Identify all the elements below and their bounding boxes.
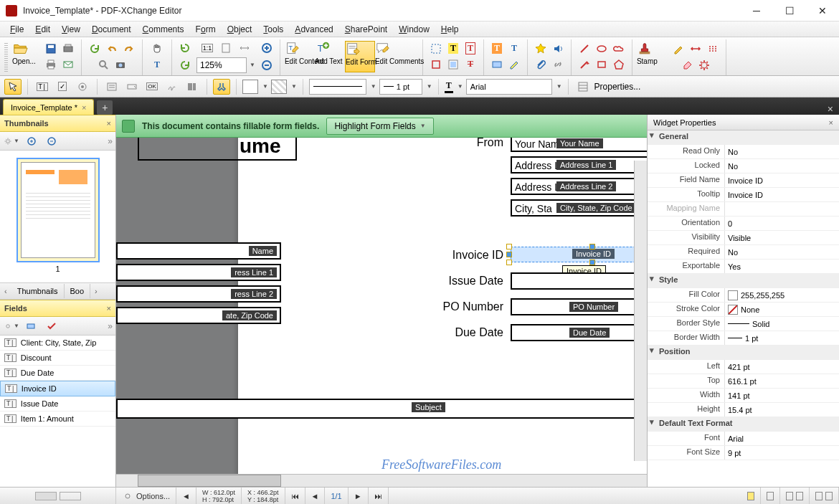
thumb-options[interactable]: ▼	[3, 133, 20, 149]
prop-row[interactable]: Border StyleSolid	[648, 317, 839, 331]
prop-row[interactable]: TooltipInvoice ID	[648, 188, 839, 202]
oval-shape[interactable]	[593, 41, 610, 57]
highlight-tool[interactable]: T	[445, 41, 462, 57]
link-tool[interactable]	[549, 57, 567, 72]
zoom-out-button[interactable]	[258, 57, 275, 73]
chevron-down-icon[interactable]: ▼	[427, 83, 432, 90]
line-shape[interactable]	[576, 41, 593, 57]
radio-tool[interactable]	[74, 79, 91, 95]
menu-form[interactable]: Form	[190, 23, 222, 36]
textfield-tool[interactable]: T|	[34, 79, 51, 95]
menu-document[interactable]: Document	[86, 23, 137, 36]
camera-button[interactable]	[112, 57, 129, 72]
status-options[interactable]: Options...	[136, 492, 170, 500]
add-text-button[interactable]: T Add Text	[315, 41, 345, 72]
prop-row[interactable]: LockedNo	[648, 159, 839, 173]
pointer-tool[interactable]	[4, 79, 22, 95]
field-list-item[interactable]: T|Issue Date	[0, 396, 115, 412]
prop-row[interactable]: ExportableYes	[648, 260, 839, 274]
menu-tools[interactable]: Tools	[257, 23, 289, 36]
form-field[interactable]: ate, Zip Code	[116, 307, 281, 324]
polygon-shape[interactable]	[610, 57, 627, 72]
select-tool[interactable]	[427, 41, 445, 57]
refresh-button[interactable]	[86, 41, 103, 57]
scroll-right[interactable]: ›	[90, 287, 102, 295]
highlight-fields-button[interactable]: Highlight Form Fields▼	[326, 118, 433, 135]
prop-row[interactable]: Stroke ColorNone	[648, 303, 839, 317]
form-field[interactable]: ress Line 1	[116, 264, 281, 281]
close-all-tabs[interactable]: ×	[822, 103, 839, 115]
prop-row[interactable]: Top616.1 pt	[648, 374, 839, 389]
document-area[interactable]: ume From Your NameYour NameAddress LinAd…	[116, 138, 647, 474]
add-tab-button[interactable]: +	[97, 100, 113, 115]
thumb-zoom-out[interactable]	[43, 133, 60, 149]
form-field[interactable]	[511, 272, 647, 290]
save-as-button[interactable]	[60, 41, 77, 57]
menu-advanced[interactable]: Advanced	[289, 23, 338, 36]
menu-comments[interactable]: Comments	[137, 23, 190, 36]
close-icon[interactable]: ×	[107, 304, 111, 313]
form-field[interactable]: Due Date	[511, 324, 647, 341]
minimize-button[interactable]: ─	[740, 0, 773, 22]
toolbar-grip[interactable]	[4, 43, 8, 72]
chevron-down-icon[interactable]: ▼	[250, 62, 255, 68]
layout-single[interactable]	[741, 488, 761, 504]
last-page[interactable]: ⏭	[369, 488, 389, 504]
prop-row[interactable]: Read OnlyNo	[648, 145, 839, 159]
prop-row[interactable]: VisibilityVisible	[648, 231, 839, 245]
form-field[interactable]: Your NameYour Name	[511, 138, 647, 152]
form-field[interactable]: Name	[116, 242, 281, 260]
form-field-selected[interactable]: Invoice ID	[511, 247, 647, 262]
scroll-left[interactable]: ‹	[0, 287, 11, 295]
vertical-scrollbar[interactable]	[634, 161, 647, 461]
menu-file[interactable]: File	[4, 23, 29, 36]
prev-page[interactable]: ◄	[305, 488, 326, 504]
close-icon[interactable]: ×	[82, 103, 86, 112]
hand-tool[interactable]	[147, 40, 167, 56]
line-style-select[interactable]	[309, 79, 366, 95]
subject-field[interactable]: Subject	[116, 399, 647, 419]
tab-thumbnails[interactable]: Thumbnails	[11, 284, 65, 298]
prop-category[interactable]: ▾Position	[648, 346, 839, 360]
snap-tool[interactable]	[213, 79, 230, 95]
close-icon[interactable]: ×	[107, 119, 111, 128]
edit-form-button[interactable]: Edit Form	[345, 41, 375, 72]
back-button[interactable]: ◄	[176, 488, 196, 504]
underline-tool[interactable]	[427, 57, 445, 72]
email-button[interactable]	[60, 57, 77, 72]
rect-shape[interactable]	[593, 57, 610, 72]
sound-tool[interactable]	[549, 41, 567, 57]
close-button[interactable]: ✕	[806, 0, 839, 22]
combo-tool[interactable]	[123, 79, 141, 95]
thumb-zoom-in[interactable]	[23, 133, 40, 149]
zoom-in-button[interactable]	[258, 40, 275, 56]
chevron-down-icon[interactable]: ▼	[262, 83, 268, 90]
marker-tool[interactable]	[506, 57, 523, 72]
search-button[interactable]	[95, 57, 112, 72]
edit-comments-button[interactable]: Edit Comments	[375, 41, 418, 72]
grid-button[interactable]	[574, 79, 592, 95]
stamp-button[interactable]: Stamp	[637, 41, 667, 72]
fit-page-button[interactable]	[217, 40, 234, 56]
sb-tab2[interactable]	[60, 492, 81, 500]
menu-window[interactable]: Window	[393, 23, 435, 36]
layout-continuous[interactable]	[761, 488, 780, 504]
explosion-tool[interactable]	[696, 57, 713, 72]
properties-button[interactable]: Properties...	[594, 82, 641, 92]
field-options[interactable]: ▼	[3, 318, 20, 334]
area-tool[interactable]	[445, 57, 462, 72]
prop-row[interactable]: Mapping Name	[648, 202, 839, 217]
menu-edit[interactable]: Edit	[29, 23, 56, 36]
form-field[interactable]: PO Number	[511, 298, 647, 315]
button-tool[interactable]: OK	[143, 79, 161, 95]
prop-row[interactable]: Width141 pt	[648, 389, 839, 403]
document-tab[interactable]: Invoice_Template * ×	[3, 99, 94, 115]
thumbnail-page[interactable]	[16, 158, 100, 262]
undo-button[interactable]	[103, 41, 120, 57]
prop-row[interactable]: RequiredNo	[648, 245, 839, 260]
close-icon[interactable]: ×	[829, 118, 833, 127]
checkbox-tool[interactable]: ✓	[54, 79, 71, 95]
field-list-item[interactable]: T|Invoice ID	[0, 381, 115, 396]
field-rename[interactable]	[23, 318, 40, 334]
prop-row[interactable]: Fill Color255,255,255	[648, 288, 839, 303]
